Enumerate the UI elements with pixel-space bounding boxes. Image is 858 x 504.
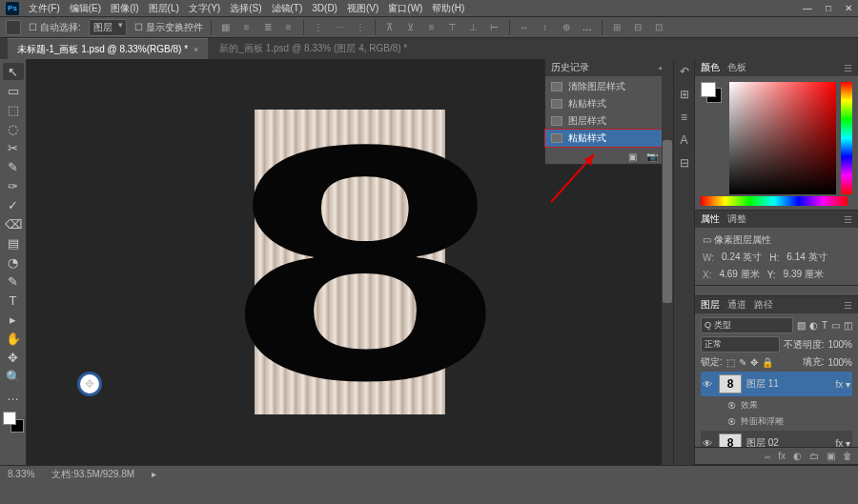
dodge-tool[interactable]: ◔ xyxy=(3,253,24,271)
visibility-toggle-icon[interactable]: 👁 xyxy=(703,438,714,448)
menu-3d[interactable]: 3D(D) xyxy=(312,3,337,13)
window-minimize-icon[interactable]: — xyxy=(803,3,812,13)
healing-tool[interactable]: ✓ xyxy=(3,196,24,213)
tab-paths[interactable]: 路径 xyxy=(754,298,773,312)
status-more-icon[interactable]: ▸ xyxy=(152,469,156,479)
filter-type-icon[interactable]: T xyxy=(822,320,827,331)
color-swatches[interactable] xyxy=(3,412,24,433)
opt-icon-2[interactable]: ≣ xyxy=(261,21,275,34)
dock-history-icon[interactable]: ↶ xyxy=(680,65,689,78)
canvas-area[interactable]: 8 ✥ 历史记录 ◂◂ ☰ 清除图层样式 粘贴样式 图层样式 粘贴样式 ▣ 📷 … xyxy=(27,59,673,465)
history-item-selected[interactable]: 粘贴样式 xyxy=(545,130,673,147)
layer-thumbnail[interactable]: 8 xyxy=(719,374,742,393)
add-mask-icon[interactable]: ◐ xyxy=(793,451,802,461)
artboard-tool[interactable]: ▭ xyxy=(3,82,24,99)
brush-tool[interactable]: ✑ xyxy=(3,177,24,194)
opt-icon-6[interactable]: ⋮ xyxy=(354,21,367,34)
y-value[interactable]: 9.39 厘米 xyxy=(784,268,824,281)
opt-icon-7[interactable]: ⊼ xyxy=(383,21,397,34)
opt-icon-17[interactable]: ⊟ xyxy=(631,21,644,34)
lock-position-icon[interactable]: ✥ xyxy=(750,357,758,368)
layer-thumbnail[interactable]: 8 xyxy=(719,433,742,447)
layer-fx-badge[interactable]: fx ▾ xyxy=(835,379,850,390)
lock-pixels-icon[interactable]: ✎ xyxy=(739,357,746,368)
menu-window[interactable]: 窗口(W) xyxy=(388,2,422,15)
opacity-value[interactable]: 100% xyxy=(827,339,852,350)
current-tool-icon[interactable] xyxy=(6,20,21,35)
opt-icon-1[interactable]: ≡ xyxy=(240,21,254,34)
edit-toolbar[interactable]: … xyxy=(3,387,24,404)
layer-filter-dropdown[interactable]: Q 类型 xyxy=(701,317,793,333)
lasso-tool[interactable]: ◌ xyxy=(3,120,24,137)
dock-paragraph-icon[interactable]: ≡ xyxy=(681,111,687,124)
opt-icon-18[interactable]: ⊡ xyxy=(652,21,665,34)
menu-type[interactable]: 文字(Y) xyxy=(189,2,220,15)
zoom-level[interactable]: 8.33% xyxy=(8,469,34,479)
opt-icon-13[interactable]: ↔ xyxy=(518,21,531,34)
menu-help[interactable]: 帮助(H) xyxy=(432,2,464,15)
auto-select-mode-dropdown[interactable]: 图层 xyxy=(89,19,127,36)
canvas-scrollbar-vertical[interactable] xyxy=(662,59,673,465)
hand-tool[interactable]: ✋ xyxy=(3,330,24,347)
opt-icon-10[interactable]: ⊤ xyxy=(446,21,460,34)
panel-menu-icon[interactable]: ☰ xyxy=(844,300,852,311)
document-size[interactable]: 文档:93.5M/929.8M xyxy=(51,468,134,481)
document-tab-inactive[interactable]: 新的_画板 1.psd @ 8.33% (图层 4, RGB/8) * xyxy=(210,38,417,59)
opt-icon-4[interactable]: ⋮ xyxy=(312,21,325,34)
opt-icon-15[interactable]: ⊕ xyxy=(560,21,573,34)
eyedropper-tool[interactable]: ✎ xyxy=(3,158,24,175)
visibility-toggle-icon[interactable]: 👁 xyxy=(703,379,714,390)
window-maximize-icon[interactable]: □ xyxy=(826,3,831,13)
filter-shape-icon[interactable]: ▭ xyxy=(831,320,840,331)
rotate-tool[interactable]: ✥ xyxy=(3,349,24,366)
opt-icon-9[interactable]: ≡ xyxy=(425,21,439,34)
history-new-doc-icon[interactable]: ▣ xyxy=(628,151,637,162)
layer-name[interactable]: 图层 11 xyxy=(746,377,779,391)
filter-smart-icon[interactable]: ◫ xyxy=(844,320,852,331)
filter-pixel-icon[interactable]: ▧ xyxy=(797,320,806,331)
menu-filter[interactable]: 滤镜(T) xyxy=(272,2,303,15)
dock-swatches-icon[interactable]: ⊞ xyxy=(680,88,689,101)
height-value[interactable]: 6.14 英寸 xyxy=(786,251,827,264)
new-group-icon[interactable]: 🗀 xyxy=(809,451,819,461)
foreground-color-swatch[interactable] xyxy=(3,412,16,425)
opt-icon-5[interactable]: ⋯ xyxy=(333,21,346,34)
opt-icon-11[interactable]: ⊥ xyxy=(467,21,480,34)
history-item[interactable]: 粘贴样式 xyxy=(545,95,673,112)
width-value[interactable]: 0.24 英寸 xyxy=(722,251,762,264)
lock-all-icon[interactable]: ⬚ xyxy=(726,357,735,368)
add-fx-icon[interactable]: fx xyxy=(778,451,786,461)
panel-menu-icon[interactable]: ☰ xyxy=(844,214,852,225)
spectrum-strip[interactable] xyxy=(701,196,848,206)
history-snapshot-icon[interactable]: 📷 xyxy=(646,151,658,162)
move-tool[interactable]: ↖ xyxy=(3,63,24,80)
show-transform-checkbox[interactable]: ☐显示变换控件 xyxy=(134,21,203,34)
delete-layer-icon[interactable]: 🗑 xyxy=(843,451,852,461)
x-value[interactable]: 4.69 厘米 xyxy=(719,268,759,281)
opt-icon-12[interactable]: ⊢ xyxy=(488,21,501,34)
tab-channels[interactable]: 通道 xyxy=(727,298,746,312)
marquee-tool[interactable]: ⬚ xyxy=(3,101,24,118)
history-item[interactable]: 图层样式 xyxy=(545,112,673,130)
menu-layer[interactable]: 图层(L) xyxy=(149,2,179,15)
pen-tool[interactable]: ✎ xyxy=(3,272,24,290)
opt-icon-14[interactable]: ↕ xyxy=(539,21,552,34)
opt-icon-8[interactable]: ⊻ xyxy=(404,21,418,34)
opt-icon-0[interactable]: ▦ xyxy=(219,21,233,34)
crop-tool[interactable]: ✂ xyxy=(3,139,24,156)
zoom-tool[interactable]: 🔍 xyxy=(3,368,24,385)
blend-mode-dropdown[interactable]: 正常 xyxy=(701,336,780,353)
menu-image[interactable]: 图像(I) xyxy=(111,2,138,15)
color-picker-field[interactable] xyxy=(729,82,836,194)
link-layers-icon[interactable]: ⨝ xyxy=(765,451,770,461)
opt-icon-more[interactable]: … xyxy=(581,21,594,34)
lock-icon[interactable]: 🔒 xyxy=(762,357,773,368)
color-swatch-pair[interactable] xyxy=(701,82,722,103)
menu-file[interactable]: 文件(F) xyxy=(29,2,60,15)
tab-layers[interactable]: 图层 xyxy=(701,298,720,312)
layer-effects-header[interactable]: ⦿ 效果 xyxy=(701,398,852,413)
dock-character-icon[interactable]: A xyxy=(680,133,687,147)
gradient-tool[interactable]: ▤ xyxy=(3,234,24,252)
eraser-tool[interactable]: ⌫ xyxy=(3,215,24,232)
tab-properties[interactable]: 属性 xyxy=(701,212,720,226)
